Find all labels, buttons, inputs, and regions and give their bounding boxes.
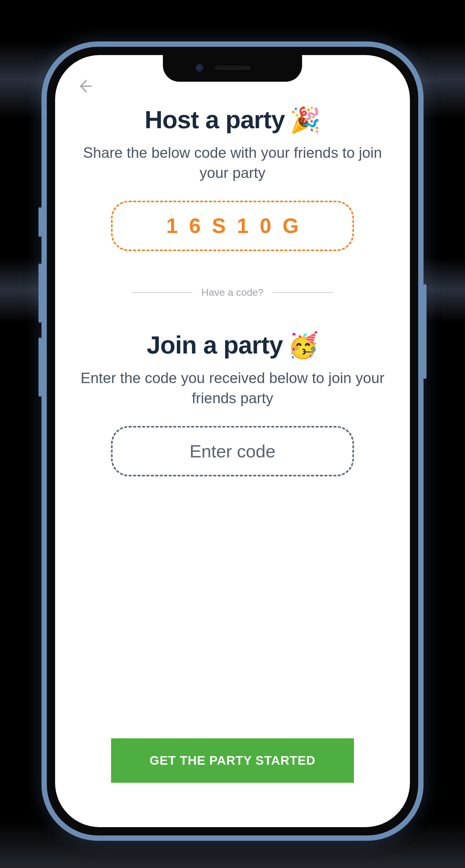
party-code-display[interactable]: 16S10G [111,201,354,251]
join-code-input-wrap[interactable] [111,426,354,476]
phone-screen: Host a party 🎉 Share the below code with… [55,55,410,827]
party-code-value: 16S10G [167,214,310,238]
phone-speaker [215,66,250,70]
start-party-button[interactable]: GET THE PARTY STARTED [111,738,354,783]
phone-frame: Host a party 🎉 Share the below code with… [41,41,424,841]
divider-line [132,292,193,293]
phone-power-button [424,284,427,379]
join-title-text: Join a party [147,331,283,360]
arrow-left-icon [76,78,92,94]
phone-silence-switch [38,207,41,237]
join-code-input[interactable] [125,441,341,462]
host-section: Host a party 🎉 Share the below code with… [76,105,389,251]
start-party-label: GET THE PARTY STARTED [150,753,315,767]
phone-bezel: Host a party 🎉 Share the below code with… [47,47,418,835]
divider-line [272,292,333,293]
flex-spacer [76,476,389,738]
back-button[interactable] [76,76,96,96]
phone-volume-up [38,264,41,323]
host-subtitle: Share the below code with your friends t… [76,143,389,183]
join-title: Join a party 🥳 [147,331,318,360]
join-section: Join a party 🥳 Enter the code you receiv… [76,331,389,476]
divider-label: Have a code? [201,286,264,298]
host-title: Host a party 🎉 [145,105,320,134]
app-screen: Host a party 🎉 Share the below code with… [55,55,410,827]
phone-volume-down [38,338,41,397]
host-title-text: Host a party [145,105,285,134]
join-subtitle: Enter the code you received below to joi… [76,368,389,408]
party-popper-icon: 🎉 [290,107,320,132]
phone-notch [163,55,302,82]
partying-face-icon: 🥳 [288,333,318,358]
phone-front-camera [196,64,204,72]
section-divider: Have a code? [132,286,333,298]
